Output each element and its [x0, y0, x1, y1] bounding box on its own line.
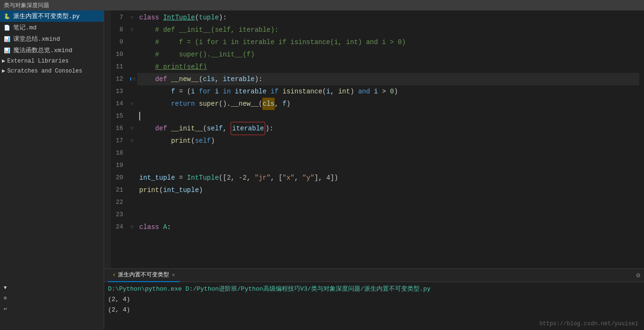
terminal-list-btn[interactable]: ≡	[1, 294, 9, 302]
code-line-18	[137, 147, 639, 159]
terminal-tabs: ⚡ 派生内置不可变类型 ✕ ⚙	[104, 269, 644, 282]
gutter-24: ▽	[127, 221, 137, 233]
terminal-cmd-line: D:\Python\python.exe D:/Python进阶班/Python…	[108, 284, 640, 294]
code-line-9: # f = (i for i in iterable if isinstance…	[137, 36, 639, 48]
fold-12: ▽	[133, 76, 135, 82]
editor-area: 7 8 9 10 11 12 13 14 15 16 17 18 19 20 2…	[104, 10, 644, 330]
iterable-box: iterable	[231, 122, 265, 135]
gutter-14: ▽	[127, 98, 137, 110]
gutter-22	[127, 196, 137, 209]
sidebar-item-label-md: 笔记.md	[13, 23, 36, 32]
gutter: ▽ ▽ ⬆ ▽ ▽ ▽ ▽	[127, 10, 137, 268]
classname-inttuple: IntTuple	[163, 11, 195, 24]
folder-icon-scratches: ▶	[2, 67, 5, 74]
gutter-7: ▽	[127, 11, 137, 24]
gutter-10	[127, 48, 137, 61]
code-line-11: #_print(self)	[137, 61, 639, 73]
sidebar-folder-scratches-label: Scratches and Consoles	[7, 68, 82, 74]
sidebar-item-xmind2[interactable]: 📊 魔法函数总览.xmind	[0, 45, 104, 56]
folder-icon-external: ▶	[2, 57, 5, 64]
terminal-output-1-text: (2, 4)	[108, 296, 130, 303]
sidebar-item-md[interactable]: 📄 笔记.md	[0, 22, 104, 33]
sidebar-item-label-xmind2: 魔法函数总览.xmind	[13, 46, 72, 55]
sidebar-item-xmind1[interactable]: 📊 课堂总结.xmind	[0, 33, 104, 45]
gutter-17: ▽	[127, 135, 137, 147]
code-line-10: # super().__init__(f)	[137, 48, 639, 61]
code-line-16: def __init__(self, iterable):	[137, 122, 639, 135]
code-line-13: f = (i for i in iterable if isinstance(i…	[137, 85, 639, 98]
gutter-19	[127, 159, 137, 172]
code-line-8: # def __init__(self, iterable):	[137, 24, 639, 36]
cls-highlight: cls	[262, 98, 274, 110]
sidebar-item-label-xmind1: 课堂总结.xmind	[13, 35, 60, 43]
xmind-file-icon1: 📊	[4, 36, 10, 42]
code-line-19	[137, 159, 639, 172]
gutter-20	[127, 172, 137, 184]
terminal-output-2: (2, 4)	[108, 305, 640, 315]
gutter-21	[127, 184, 137, 196]
main-layout: 🐍 派生内置不可变类型.py 📄 笔记.md 📊 课堂总结.xmind 📊 魔法…	[0, 10, 644, 330]
cursor	[139, 112, 140, 120]
terminal-down-btn[interactable]: ▼	[1, 284, 9, 292]
code-line-17: print(self)	[137, 135, 639, 147]
gutter-13	[127, 85, 137, 98]
gutter-8: ▽	[127, 24, 137, 36]
sidebar-folder-scratches[interactable]: ▶ Scratches and Consoles	[0, 66, 104, 76]
xmind-file-icon2: 📊	[4, 47, 10, 54]
terminal-output-2-text: (2, 4)	[108, 306, 130, 313]
terminal-output-1: (2, 4)	[108, 294, 640, 305]
terminal-cmd-text: D:\Python\python.exe D:/Python进阶班/Python…	[108, 285, 430, 293]
code-line-20: int_tuple = IntTuple([2, -2, "jr", ["x",…	[137, 172, 639, 184]
code-line-7: class IntTuple(tuple):	[137, 11, 639, 24]
gutter-9	[127, 36, 137, 48]
sidebar: 🐍 派生内置不可变类型.py 📄 笔记.md 📊 课堂总结.xmind 📊 魔法…	[0, 10, 104, 330]
keyword-class-7: class	[139, 11, 163, 24]
code-content[interactable]: class IntTuple(tuple): # def __init__(se…	[137, 10, 639, 268]
title-bar-text: 类与对象深度问题	[4, 1, 49, 9]
left-gutter-panel	[104, 10, 111, 268]
code-line-22	[137, 196, 639, 209]
gutter-15	[127, 110, 137, 122]
gutter-23	[127, 209, 137, 221]
terminal-right-icons: ⚙	[636, 271, 640, 279]
code-line-24: class A:	[137, 221, 639, 233]
sidebar-folder-external[interactable]: ▶ External Libraries	[0, 56, 104, 66]
gutter-16: ▽	[127, 122, 137, 135]
terminal-wrap-btn[interactable]: ↩	[1, 304, 9, 313]
terminal-settings-icon[interactable]: ⚙	[636, 271, 640, 279]
code-line-15	[137, 110, 639, 122]
code-line-12: def __new__(cls, iterable):	[137, 73, 639, 85]
sidebar-folder-external-label: External Libraries	[7, 58, 69, 64]
arrow-indicator: ⬆	[129, 75, 133, 83]
right-scrollbar[interactable]	[639, 10, 644, 268]
terminal-left-buttons: ▼ ≡ ↩	[0, 268, 10, 330]
code-line-21: print(int_tuple)	[137, 184, 639, 196]
code-line-14: return super().__new__(cls, f)	[137, 98, 639, 110]
terminal-tab-close[interactable]: ✕	[172, 272, 175, 278]
python-file-icon: 🐍	[4, 13, 10, 19]
terminal-tab-label: 派生内置不可变类型	[118, 271, 169, 279]
code-editor[interactable]: 7 8 9 10 11 12 13 14 15 16 17 18 19 20 2…	[104, 10, 644, 268]
sidebar-item-py[interactable]: 🐍 派生内置不可变类型.py	[0, 10, 104, 22]
gutter-18	[127, 147, 137, 159]
sidebar-item-label-py: 派生内置不可变类型.py	[13, 12, 80, 20]
run-tab-icon: ⚡	[113, 272, 116, 278]
md-file-icon: 📄	[4, 25, 10, 31]
terminal-tab-run[interactable]: ⚡ 派生内置不可变类型 ✕	[108, 269, 180, 282]
gutter-12: ⬆ ▽	[127, 73, 137, 85]
watermark: https://blog.csdn.net/yuuisei	[539, 321, 638, 327]
code-line-23	[137, 209, 639, 221]
gutter-11	[127, 61, 137, 73]
title-bar: 类与对象深度问题	[0, 0, 644, 10]
